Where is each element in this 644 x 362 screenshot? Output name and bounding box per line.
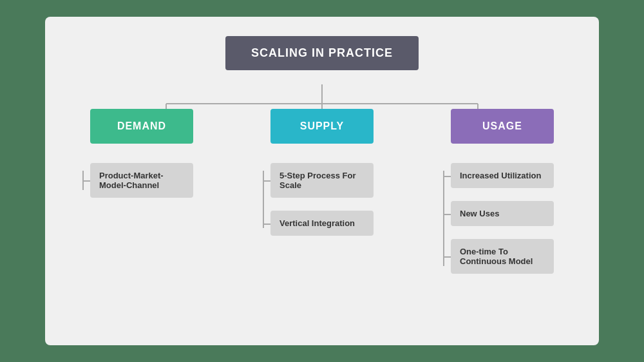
leaf-increased-utilization: Increased Utilization bbox=[451, 163, 554, 188]
usage-children: Increased Utilization New Uses One-time … bbox=[451, 163, 554, 274]
leaf-new-uses: New Uses bbox=[451, 201, 554, 226]
branch-usage: USAGE Increased Utilization New Uses One… bbox=[419, 109, 586, 274]
children-row: DEMAND Product-Market-Model-Channel SUPP… bbox=[58, 109, 586, 274]
branch-demand: DEMAND Product-Market-Model-Channel bbox=[58, 109, 225, 274]
leaf-5step: 5-Step Process For Scale bbox=[270, 163, 374, 198]
leaf-vertical-integration: Vertical Integration bbox=[270, 211, 374, 236]
branch-header-usage: USAGE bbox=[451, 109, 554, 144]
branch-header-supply: SUPPLY bbox=[270, 109, 374, 144]
diagram-container: SCALING IN PRACTICE DEMAND Product-Marke… bbox=[45, 17, 599, 345]
branch-supply: SUPPLY 5-Step Process For Scale Vertical… bbox=[238, 109, 406, 274]
leaf-one-time-continuous: One-time To Continuous Model bbox=[451, 239, 554, 274]
leaf-product-market: Product-Market-Model-Channel bbox=[90, 163, 193, 198]
root-node: SCALING IN PRACTICE bbox=[225, 36, 419, 70]
branch-header-demand: DEMAND bbox=[90, 109, 193, 144]
supply-children: 5-Step Process For Scale Vertical Integr… bbox=[270, 163, 374, 236]
demand-children: Product-Market-Model-Channel bbox=[90, 163, 193, 198]
